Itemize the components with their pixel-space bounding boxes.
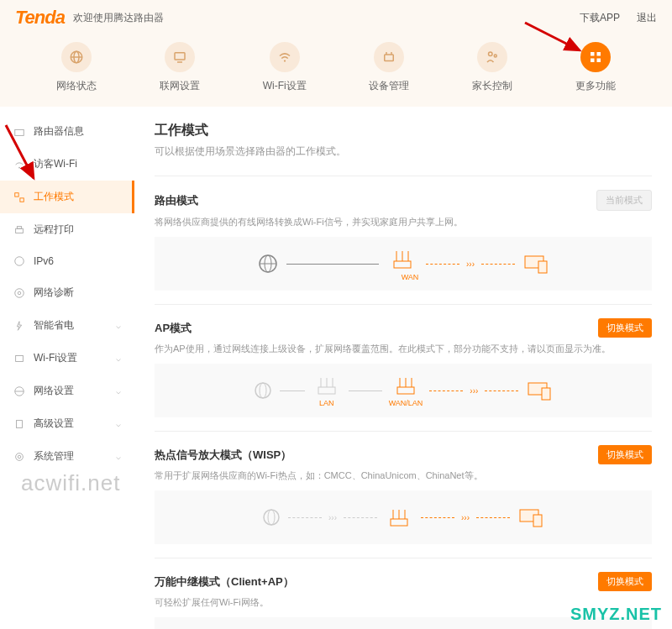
nav-label: 更多功能 [575,79,616,93]
svg-rect-62 [533,515,542,527]
svg-rect-57 [391,519,407,526]
svg-point-26 [15,288,24,297]
nav-label: 设备管理 [369,79,409,93]
sidebar-item-remote-print[interactable]: 远程打印 [0,213,134,246]
nav-label: Wi-Fi设置 [263,79,307,93]
brand-area: Tenda 欢迎使用腾达路由器 [15,7,164,29]
switch-mode-button[interactable]: 切换模式 [598,445,652,464]
sidebar-item-guest-wifi[interactable]: 访客Wi-Fi [0,148,134,181]
nav-device-management[interactable]: 设备管理 [369,42,409,93]
globe-node-icon [253,380,273,401]
svg-point-27 [18,291,21,295]
page-title: 工作模式 [155,122,652,139]
sidebar-item-ipv6[interactable]: IPv6 [0,246,134,276]
router-node-icon [391,374,421,397]
mode-wisp: 热点信号放大模式（WISP） 切换模式 常用于扩展网络供应商的Wi-Fi热点，如… [155,431,652,558]
wifi-signal-icon: ››› [461,513,470,522]
mode-title: AP模式 [155,321,192,336]
svg-rect-42 [538,261,547,273]
svg-rect-31 [17,420,23,427]
watermark-acwifi: acwifi.net [21,470,120,496]
wifi-signal-icon: ››› [470,386,478,396]
power-icon [13,320,25,332]
guest-wifi-icon [13,159,25,170]
wifi-icon [270,42,300,72]
main-content: 工作模式 可以根据使用场景选择路由器的工作模式。 路由模式 当前模式 将网络供应… [134,107,672,629]
mode-ap: AP模式 切换模式 作为AP使用，通过网线连接上级设备，扩展网络覆盖范围。在此模… [155,304,652,431]
sidebar-item-diagnostics[interactable]: 网络诊断 [0,276,134,309]
svg-rect-18 [596,59,601,63]
svg-rect-28 [16,355,24,361]
diagnostics-icon [13,287,25,299]
svg-rect-49 [397,387,414,394]
sidebar-item-advanced[interactable]: 高级设置⌵ [0,407,134,440]
chevron-down-icon: ⌵ [116,354,121,363]
header-actions: 下载APP 退出 [580,11,657,25]
svg-point-32 [16,453,24,460]
page-subtitle: 可以根据使用场景选择路由器的工作模式。 [155,144,652,159]
logout-link[interactable]: 退出 [637,11,657,25]
router-node-icon [386,246,419,271]
wifi-signal-icon: ››› [328,513,337,522]
download-app-link[interactable]: 下载APP [580,11,620,25]
svg-rect-16 [596,52,601,56]
pc-node-icon [517,506,545,528]
sidebar-item-network-settings[interactable]: 网络设置⌵ [0,375,134,407]
pc-node-icon [525,380,554,401]
nav-internet-settings[interactable]: 联网设置 [160,42,200,93]
svg-point-25 [15,257,24,266]
svg-rect-24 [17,226,21,228]
ipv6-icon [13,255,25,267]
parent-icon [477,42,507,72]
svg-rect-19 [15,129,24,135]
nav-label: 联网设置 [160,79,200,93]
svg-rect-23 [16,228,24,233]
globe-node-icon [261,507,281,527]
router-node-icon [312,374,342,397]
chevron-down-icon: ⌵ [116,452,121,461]
svg-point-43 [255,383,270,398]
globe-node-icon [256,252,280,275]
logo: Tenda [15,7,65,29]
nav-wifi-settings[interactable]: Wi-Fi设置 [263,42,307,93]
mode-router: 路由模式 当前模式 将网络供应商提供的有线网络转换成Wi-Fi信号，并实现家庭用… [155,176,652,304]
svg-point-55 [264,510,279,525]
mode-desc: 将网络供应商提供的有线网络转换成Wi-Fi信号，并实现家庭用户共享上网。 [155,216,652,228]
svg-point-44 [260,383,266,398]
watermark-smyz: SMYZ.NET [570,605,662,624]
switch-mode-button[interactable]: 切换模式 [598,318,652,338]
svg-rect-21 [15,192,18,196]
mode-desc: 作为AP使用，通过网线连接上级设备，扩展网络覆盖范围。在此模式下，部分功能不支持… [155,343,652,355]
svg-rect-37 [394,261,411,268]
nav-more-features[interactable]: 更多功能 [575,42,616,93]
nav-network-status[interactable]: 网络状态 [56,42,97,93]
top-nav: 网络状态 联网设置 Wi-Fi设置 设备管理 家长控制 更多功能 [0,35,672,107]
router-info-icon [13,126,25,138]
mode-title: 路由模式 [155,193,198,208]
sidebar-item-wifi-settings[interactable]: Wi-Fi设置⌵ [0,342,134,375]
svg-point-56 [268,510,275,525]
svg-rect-54 [542,388,550,400]
svg-rect-15 [591,52,595,56]
sidebar-item-work-mode[interactable]: 工作模式 [0,181,134,213]
diagram-router: WAN ››› [155,237,652,291]
chevron-down-icon: ⌵ [116,321,121,330]
mode-title: 万能中继模式（Client+AP） [155,574,294,590]
svg-rect-22 [20,197,24,201]
svg-rect-17 [591,59,595,63]
svg-point-33 [18,455,21,459]
sidebar-item-system[interactable]: 系统管理⌵ [0,440,134,473]
router-node-icon [384,506,414,529]
svg-point-13 [488,52,492,56]
nav-parental-control[interactable]: 家长控制 [472,42,512,93]
sidebar-item-router-info[interactable]: 路由器信息 [0,115,134,148]
sidebar-item-power-save[interactable]: 智能省电⌵ [0,309,134,342]
svg-rect-45 [318,387,335,394]
current-mode-button: 当前模式 [596,190,652,211]
svg-rect-10 [385,55,394,61]
diagram-ap: LAN WAN/LAN ››› [155,364,652,417]
switch-mode-button[interactable]: 切换模式 [598,572,652,591]
sidebar: 路由器信息 访客Wi-Fi 工作模式 远程打印 IPv6 网络诊断 智能省电⌵ … [0,107,134,629]
chevron-down-icon: ⌵ [116,386,121,396]
svg-point-20 [18,166,20,168]
